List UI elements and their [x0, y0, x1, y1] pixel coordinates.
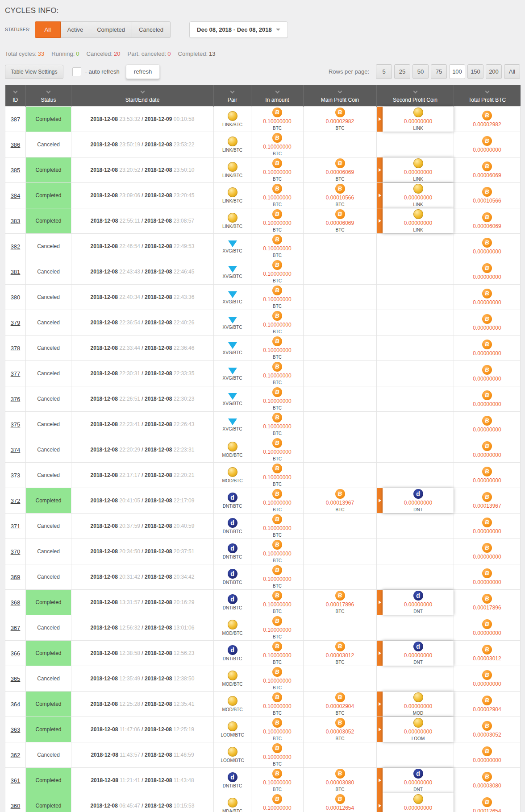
table-view-settings-button[interactable]: Table View Settings [5, 65, 63, 79]
status-filter-active[interactable]: Active [61, 21, 90, 38]
column-header-in-amount[interactable]: In amount [251, 85, 304, 106]
cycle-id-link[interactable]: 379 [11, 319, 21, 326]
rows-option-200[interactable]: 200 [486, 64, 502, 79]
pair-coin-icon: d [228, 569, 238, 579]
rows-option-all[interactable]: All [504, 64, 520, 79]
cycle-id-link[interactable]: 371 [11, 523, 21, 530]
total-profit-cell: B0.00000000 [454, 742, 521, 767]
date-range-picker[interactable]: Dec 08, 2018 - Dec 08, 2018 [189, 21, 288, 38]
cycle-id-link[interactable]: 378 [11, 345, 21, 352]
in-amount-cell: B0.10000000BTC [251, 564, 304, 589]
cycle-id-link[interactable]: 370 [11, 548, 21, 555]
second-profit-card: d0.00000000DNT [377, 768, 454, 793]
column-header-second-profit-coin[interactable]: Second Profit Coin [377, 85, 454, 106]
column-label: Status [26, 97, 71, 103]
cycle-id-link[interactable]: 383 [11, 218, 21, 224]
rows-option-25[interactable]: 25 [394, 64, 410, 79]
start-end-date: 2018-12-08 22:40:34 / 2018-12-08 22:43:3… [72, 294, 212, 300]
play-arrow-icon [379, 601, 381, 604]
cycle-id-link[interactable]: 377 [11, 370, 21, 377]
cycle-id-link[interactable]: 384 [11, 192, 21, 199]
status-filter-all[interactable]: All [35, 21, 61, 38]
status-filter-completed[interactable]: Completed [90, 21, 132, 38]
cycle-id-link[interactable]: 375 [11, 421, 21, 428]
start-end-date: 2018-12-08 11:47:06 / 2018-12-08 12:25:1… [72, 726, 212, 733]
second-profit-cell [377, 615, 454, 640]
main-profit-currency: BTC [304, 711, 375, 716]
cycle-id-link[interactable]: 385 [11, 167, 21, 174]
in-amount-cell: B0.10000000BTC [251, 411, 304, 437]
start-end-date: 2018-12-08 23:53:32 / 2018-12-09 00:10:5… [72, 116, 212, 122]
status-badge: Completed [26, 768, 71, 793]
cycle-id-link[interactable]: 372 [11, 497, 21, 504]
second-profit-value: 0.00000000 [404, 779, 432, 786]
column-header-id[interactable]: ID [5, 85, 26, 106]
pair-label: XVG/BTC [215, 249, 250, 253]
second-profit-inner: d0.00000000DNT [383, 768, 454, 793]
column-header-start-end-date[interactable]: Start/End date [71, 85, 214, 106]
second-profit-cell [377, 462, 454, 488]
cycle-id-link[interactable]: 368 [11, 599, 21, 606]
cycle-id-link[interactable]: 380 [11, 294, 21, 301]
cycle-id-link[interactable]: 362 [11, 752, 21, 758]
play-arrow-icon [379, 499, 381, 502]
cycle-id-link[interactable]: 373 [11, 472, 21, 479]
second-profit-currency: LINK [413, 177, 423, 182]
pair-coin-icon [228, 442, 238, 452]
main-profit-cell [304, 132, 377, 157]
cycle-id-link[interactable]: 387 [11, 116, 21, 123]
pair-coin-icon [228, 418, 237, 425]
refresh-button[interactable]: refresh [126, 64, 160, 79]
status-filter-canceled[interactable]: Canceled [132, 21, 171, 38]
status-badge: Canceled [26, 361, 71, 386]
column-header-pair[interactable]: Pair [214, 85, 251, 106]
column-header-status[interactable]: Status [26, 85, 71, 106]
start-end-date: 2018-12-08 20:34:50 / 2018-12-08 20:37:5… [72, 548, 212, 555]
rows-option-5[interactable]: 5 [376, 64, 392, 79]
play-arrow-icon [379, 117, 381, 121]
cycle-id-link[interactable]: 363 [11, 726, 21, 733]
status-badge: Completed [26, 183, 71, 208]
profit-marker [377, 208, 383, 233]
cycle-id-link[interactable]: 364 [11, 701, 21, 708]
cycle-id-link[interactable]: 382 [11, 243, 21, 250]
main-profit-cell: B0.00017896BTC [304, 589, 377, 615]
in-amount-cell: B0.10000000BTC [251, 767, 304, 793]
column-header-main-profit-coin[interactable]: Main Profit Coin [304, 85, 377, 106]
sort-chevron-icon [230, 89, 235, 93]
auto-refresh-checkbox[interactable] [72, 67, 81, 76]
rows-option-75[interactable]: 75 [431, 64, 447, 79]
rows-option-100[interactable]: 100 [449, 64, 465, 79]
cycle-id-link[interactable]: 376 [11, 396, 21, 402]
column-header-total-profit-btc[interactable]: Total Profit BTC [454, 85, 521, 106]
rows-option-150[interactable]: 150 [467, 64, 483, 79]
second-profit-value: 0.00000000 [404, 601, 432, 608]
total-profit-cell: B0.00003052 [454, 717, 521, 742]
pair-coin-icon [228, 696, 238, 706]
cycle-id-link[interactable]: 386 [11, 141, 21, 148]
second-profit-value: 0.00000000 [404, 729, 432, 735]
cycle-id-link[interactable]: 369 [11, 574, 21, 580]
dnt-coin-icon: d [413, 591, 423, 601]
cycle-id-link[interactable]: 381 [11, 269, 21, 275]
start-end-date: 2018-12-08 22:26:51 / 2018-12-08 22:30:2… [72, 396, 212, 402]
second-profit-value: 0.00000000 [404, 500, 432, 506]
cycle-id-link[interactable]: 367 [11, 625, 21, 631]
table-row: 369 Canceled 2018-12-08 20:31:42 / 2018-… [5, 564, 521, 589]
main-profit-value: 0.00002982 [304, 118, 375, 124]
rows-option-50[interactable]: 50 [412, 64, 429, 79]
cycle-id-link[interactable]: 361 [11, 777, 21, 784]
in-amount-cell: B0.10000000BTC [251, 488, 304, 513]
btc-coin-icon: B [272, 794, 282, 804]
summary-label: Total cycles: [5, 50, 37, 57]
cycle-id-link[interactable]: 374 [11, 447, 21, 453]
cycle-id-link[interactable]: 366 [11, 650, 21, 657]
cycle-id-link[interactable]: 365 [11, 675, 21, 682]
start-end-date: 2018-12-08 23:09:06 / 2018-12-08 23:20:4… [72, 192, 212, 199]
dnt-coin-icon: d [413, 769, 423, 779]
second-profit-cell [377, 259, 454, 284]
cycle-id-link[interactable]: 360 [11, 803, 21, 809]
second-profit-inner: 0.00000000LINK [383, 208, 454, 233]
main-profit-cell: B0.00003012BTC [304, 640, 377, 666]
pair-cell: dDNT/BTC [214, 488, 251, 513]
